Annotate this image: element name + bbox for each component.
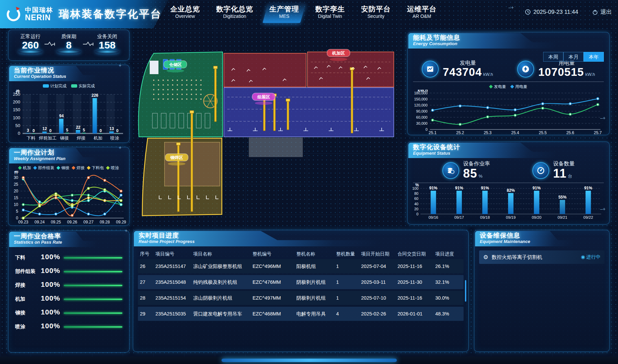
- panel-title-en: Equipment Maintenance: [480, 239, 609, 244]
- nav-tab-overview[interactable]: 企业总览Overview: [170, 5, 200, 20]
- svg-text:5: 5: [16, 209, 18, 214]
- metric-unit: %: [479, 174, 483, 179]
- svg-text:09/21: 09/21: [558, 215, 567, 219]
- panel-head: 当前作业情况 Current Operation Status: [9, 66, 128, 81]
- stat-业务关闭: 业务关闭158: [93, 33, 121, 54]
- panel-title-en: Energy Consumption: [413, 41, 609, 47]
- panel-title-cn: 一周作业计划: [14, 149, 128, 156]
- metric-value: 85: [463, 166, 477, 180]
- table-cell: 30.0%: [435, 295, 462, 301]
- svg-text:机加区: 机加区: [332, 51, 345, 56]
- legend-marker: [33, 166, 37, 170]
- legend-item[interactable]: 用电量: [511, 84, 527, 90]
- factory-floor-map[interactable]: 仓储区组装区机加区铆焊区: [132, 30, 403, 229]
- footer: [0, 357, 618, 364]
- table-row[interactable]: 26235A2515147凉山矿业阳极整形机组EZC^496MM阳极机组1202…: [138, 259, 464, 273]
- svg-text:喷涂: 喷涂: [110, 135, 119, 141]
- svg-text:09.23: 09.23: [18, 220, 28, 224]
- energy-tab-本周[interactable]: 本周: [543, 52, 563, 62]
- gear-icon: ⚙: [483, 254, 488, 261]
- svg-text:0: 0: [32, 128, 35, 133]
- panel-weekly-plan: 一周作业计划 Weekly Assignment Plan 机加部件组装铆接焊接…: [8, 147, 129, 226]
- pass-rate-row: 部件组装100%: [15, 267, 122, 275]
- nav-label-en: AR O&M: [407, 13, 437, 20]
- stat-value: 260: [17, 40, 44, 51]
- table-cell: 1: [336, 279, 361, 285]
- svg-text:铆接: 铆接: [60, 135, 69, 141]
- main-nav: 企业总览Overview数字化总览Digitization生产管理MES数字孪生…: [170, 5, 437, 20]
- pass-rate-label: 下料: [15, 254, 37, 261]
- maintenance-item[interactable]: ⚙ 数控火焰等离子切割机 ◉ 进行中: [479, 250, 605, 264]
- table-row[interactable]: 29235A2515035营口建发电解专用吊车EZC^468MM电解专用吊具42…: [138, 307, 464, 321]
- svg-text:铆焊区: 铆焊区: [170, 155, 183, 160]
- legend-marker: [43, 84, 49, 88]
- svg-text:10: 10: [14, 202, 19, 207]
- table-cell: 纯钧残极及剥片机组: [193, 279, 253, 285]
- legend-item[interactable]: 部件组装: [34, 165, 54, 171]
- table-column-header: 合同交货日期: [398, 251, 435, 257]
- top-header: 中国瑞林 NERIN 瑞林装备数字化平台 企业总览Overview数字化总览Di…: [0, 0, 618, 28]
- panel-title-cn: 数字化设备统计: [413, 144, 609, 151]
- svg-text:09.26: 09.26: [67, 220, 77, 224]
- nav-label-en: Overview: [170, 13, 200, 20]
- legend-item[interactable]: 机加: [19, 165, 31, 171]
- logout-button[interactable]: 退出: [600, 8, 612, 16]
- legend-item[interactable]: 下料包: [87, 165, 104, 171]
- energy-tab-本年[interactable]: 本年: [584, 52, 604, 62]
- svg-text:09/22: 09/22: [583, 215, 593, 219]
- metric-label: 发电量: [443, 60, 493, 66]
- table-cell: EZC^476MM: [253, 279, 296, 285]
- legend-current-operation: 计划完成实际完成: [8, 83, 129, 89]
- nav-tab-mes[interactable]: 生产管理MES: [269, 5, 299, 20]
- svg-text:60,000: 60,000: [416, 115, 428, 119]
- brand-name-en: NERIN: [25, 14, 53, 22]
- panel-head: 一周作业合格率 Statistics on Pass Rate: [9, 232, 128, 247]
- generation-chart-icon: [426, 65, 434, 73]
- svg-text:25.5: 25.5: [539, 130, 547, 135]
- svg-text:09/19: 09/19: [506, 215, 516, 219]
- panel-title-en: Statistics on Pass Rate: [14, 240, 128, 245]
- svg-text:焊前加工: 焊前加工: [39, 135, 57, 141]
- svg-text:09.29: 09.29: [116, 220, 126, 224]
- table-cell: 1: [336, 264, 361, 269]
- panel-head: 数字化设备统计 Equipment Status: [408, 143, 609, 158]
- legend-item[interactable]: 焊接: [72, 165, 85, 171]
- table-cell: 阳极机组: [296, 263, 336, 270]
- nav-tab-ar-o-m[interactable]: 运维平台AR O&M: [407, 5, 437, 20]
- power-usage-icon: [522, 65, 530, 73]
- pass-rate-value: 100%: [41, 267, 60, 275]
- legend-item[interactable]: 实际完成: [71, 83, 95, 89]
- panel-head: 实时项目进度 Real-time Project Progress: [134, 231, 468, 246]
- legend-marker: [71, 166, 75, 170]
- nav-tab-digitization[interactable]: 数字化总览Digitization: [216, 5, 253, 20]
- panel-title-cn: 当前作业情况: [14, 67, 128, 74]
- nav-label-en: Security: [361, 13, 391, 20]
- nav-tab-digital-twin[interactable]: 数字孪生Digital Twin: [315, 5, 345, 20]
- svg-text:25: 25: [14, 182, 19, 187]
- svg-text:22: 22: [76, 125, 81, 130]
- metric-icon-badge: [517, 61, 534, 78]
- svg-text:30,000: 30,000: [416, 121, 428, 125]
- energy-tab-本月[interactable]: 本月: [563, 52, 584, 62]
- table-cell: 2025-11-16: [398, 264, 435, 269]
- table-cell: EZC^497MM: [253, 295, 296, 301]
- legend-item[interactable]: 喷涂: [107, 165, 119, 171]
- table-cell: 27: [140, 279, 155, 285]
- svg-text:0: 0: [99, 128, 102, 133]
- legend-item[interactable]: 铆接: [57, 165, 69, 171]
- metric-unit: 台: [568, 174, 572, 179]
- table-row[interactable]: 27235A2515048纯钧残极及剥片机组EZC^476MM阴极剥片机组120…: [138, 275, 464, 289]
- legend-item[interactable]: 发电量: [490, 84, 506, 90]
- legend-item[interactable]: 计划完成: [43, 83, 66, 89]
- panel-title-en: Current Operation Status: [14, 74, 128, 79]
- nav-label-cn: 数字孪生: [315, 5, 345, 13]
- nav-tab-security[interactable]: 安防平台Security: [361, 5, 391, 20]
- stat-label: 质保期: [55, 33, 83, 40]
- svg-text:25.1: 25.1: [429, 130, 437, 135]
- table-scrollbar[interactable]: [465, 280, 466, 302]
- table-cell: 凉山阴极剥片机组: [193, 295, 253, 301]
- table-row[interactable]: 28235A2515154凉山阴极剥片机组EZC^497MM阴极剥片机组1202…: [138, 291, 464, 305]
- svg-text:25.3: 25.3: [484, 130, 492, 135]
- panel-project-progress: 实时项目进度 Real-time Project Progress 序号项目编号…: [133, 230, 469, 352]
- nav-label-cn: 企业总览: [170, 5, 200, 13]
